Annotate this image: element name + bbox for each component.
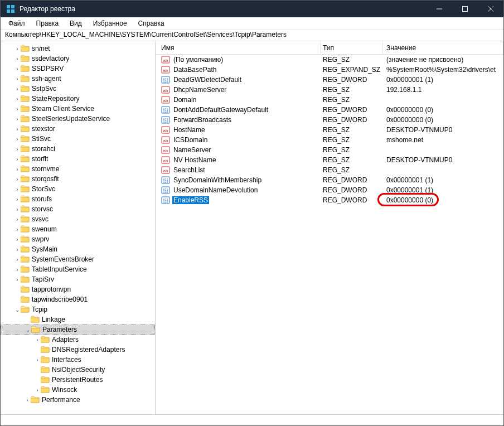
tree-item[interactable]: ›tapprotonvpn xyxy=(1,284,155,294)
chevron-right-icon[interactable]: › xyxy=(34,337,41,343)
chevron-right-icon[interactable]: › xyxy=(14,277,21,283)
tree-item[interactable]: ›ssdevfactory xyxy=(1,54,155,64)
chevron-right-icon[interactable]: › xyxy=(34,387,41,393)
tree-item[interactable]: ›storvsc xyxy=(1,204,155,214)
maximize-button[interactable] xyxy=(452,1,478,17)
tree-item[interactable]: ›TabletInputService xyxy=(1,264,155,274)
list-row[interactable]: 011110UseDomainNameDevolutionREG_DWORD0x… xyxy=(156,185,503,195)
title-bar[interactable]: Редактор реестра xyxy=(1,1,503,17)
chevron-right-icon[interactable]: › xyxy=(14,246,21,253)
list-row[interactable]: 011110SyncDomainWithMembershipREG_DWORD0… xyxy=(156,175,503,185)
tree-item[interactable]: ›swenum xyxy=(1,224,155,234)
chevron-right-icon[interactable]: › xyxy=(14,166,21,172)
list-row[interactable]: 011110DeadGWDetectDefaultREG_DWORD0x0000… xyxy=(156,75,503,85)
chevron-right-icon[interactable]: › xyxy=(14,226,21,233)
close-button[interactable] xyxy=(478,1,503,17)
tree-item[interactable]: ⌄Parameters xyxy=(1,325,155,335)
tree-item[interactable]: ›SteelSeriesUpdateService xyxy=(1,114,155,124)
tree-item[interactable]: ›storahci xyxy=(1,144,155,154)
chevron-right-icon[interactable]: › xyxy=(14,116,21,122)
menu-favorites[interactable]: Избранное xyxy=(89,18,132,28)
tree-item[interactable]: ›svsvc xyxy=(1,214,155,224)
tree-item[interactable]: ›StorSvc xyxy=(1,184,155,194)
reg-binary-icon: 011110 xyxy=(161,176,170,185)
reg-binary-icon: 011110 xyxy=(161,75,170,84)
chevron-right-icon[interactable]: › xyxy=(14,236,21,243)
list-row[interactable]: 011110ForwardBroadcastsREG_DWORD0x000000… xyxy=(156,115,503,125)
list-row[interactable]: abDhcpNameServerREG_SZ192.168.1.1 xyxy=(156,85,503,95)
chevron-right-icon[interactable]: › xyxy=(14,46,21,52)
chevron-right-icon[interactable]: › xyxy=(14,196,21,202)
tree-item[interactable]: ›Performance xyxy=(1,395,155,405)
tree-item[interactable]: ›stornvme xyxy=(1,164,155,174)
chevron-right-icon[interactable]: › xyxy=(14,156,21,162)
chevron-right-icon[interactable]: › xyxy=(14,86,21,92)
tree-item[interactable]: ›StiSvc xyxy=(1,134,155,144)
tree-item[interactable]: ›SstpSvc xyxy=(1,84,155,94)
tree-item[interactable]: ›Steam Client Service xyxy=(1,104,155,114)
tree-pane[interactable]: ›srvnet›ssdevfactory›SSDPSRV›ssh-agent›S… xyxy=(1,41,156,414)
tree-item[interactable]: ›PersistentRoutes xyxy=(1,375,155,385)
menu-view[interactable]: Вид xyxy=(65,18,86,28)
chevron-right-icon[interactable]: › xyxy=(14,126,21,132)
list-row[interactable]: 011110DontAddDefaultGatewayDefaultREG_DW… xyxy=(156,105,503,115)
tree-item[interactable]: ›DNSRegisteredAdapters xyxy=(1,345,155,355)
tree-item[interactable]: ›storflt xyxy=(1,154,155,164)
tree-item[interactable]: ›srvnet xyxy=(1,43,155,54)
menu-help[interactable]: Справка xyxy=(134,18,169,28)
tree-item[interactable]: ›storqosflt xyxy=(1,174,155,184)
tree-item[interactable]: ›Adapters xyxy=(1,335,155,345)
list-row[interactable]: abHostNameREG_SZDESKTOP-VTNMUP0 xyxy=(156,125,503,135)
minimize-button[interactable] xyxy=(427,1,452,17)
chevron-right-icon[interactable]: › xyxy=(14,96,21,102)
tree-item[interactable]: ›Interfaces xyxy=(1,355,155,365)
reg-string-icon: ab xyxy=(161,125,170,134)
menu-file[interactable]: Файл xyxy=(4,18,30,28)
svg-text:ab: ab xyxy=(163,58,168,63)
col-header-name[interactable]: Имя xyxy=(156,41,321,54)
tree-item[interactable]: ›Linkage xyxy=(1,314,155,325)
list-row[interactable]: abSearchListREG_SZ xyxy=(156,165,503,175)
list-row[interactable]: ab(По умолчанию)REG_SZ(значение не присв… xyxy=(156,55,503,65)
chevron-right-icon[interactable]: › xyxy=(14,76,21,82)
chevron-right-icon[interactable]: › xyxy=(14,176,21,182)
list-row[interactable]: abICSDomainREG_SZmshome.net xyxy=(156,135,503,145)
list-row[interactable]: abDataBasePathREG_EXPAND_SZ%SystemRoot%\… xyxy=(156,65,503,75)
col-header-type[interactable]: Тип xyxy=(321,41,383,54)
tree-item[interactable]: ›stexstor xyxy=(1,124,155,134)
tree-item[interactable]: ›SysMain xyxy=(1,244,155,254)
list-row[interactable]: 011110EnableRSSREG_DWORD0x00000000 (0) xyxy=(156,195,503,205)
chevron-right-icon[interactable]: › xyxy=(14,66,21,72)
value-list-pane[interactable]: Имя Тип Значение ab(По умолчанию)REG_SZ(… xyxy=(156,41,503,414)
chevron-right-icon[interactable]: › xyxy=(14,216,21,222)
chevron-right-icon[interactable]: › xyxy=(14,186,21,192)
list-row[interactable]: abNV HostNameREG_SZDESKTOP-VTNMUP0 xyxy=(156,155,503,165)
tree-item[interactable]: ›SystemEventsBroker xyxy=(1,254,155,264)
chevron-right-icon[interactable]: › xyxy=(14,146,21,152)
chevron-right-icon[interactable]: › xyxy=(14,256,21,263)
address-bar[interactable]: Компьютер\HKEY_LOCAL_MACHINE\SYSTEM\Curr… xyxy=(1,30,503,41)
chevron-right-icon[interactable]: › xyxy=(14,136,21,142)
tree-item[interactable]: ›StateRepository xyxy=(1,94,155,104)
chevron-right-icon[interactable]: › xyxy=(34,357,41,363)
list-row[interactable]: abNameServerREG_SZ xyxy=(156,145,503,155)
tree-item[interactable]: ›Winsock xyxy=(1,385,155,395)
chevron-right-icon[interactable]: › xyxy=(24,397,31,403)
col-header-value[interactable]: Значение xyxy=(383,41,503,54)
menu-edit[interactable]: Правка xyxy=(32,18,64,28)
tree-item[interactable]: ›NsiObjectSecurity xyxy=(1,365,155,375)
tree-item[interactable]: ›SSDPSRV xyxy=(1,64,155,74)
chevron-right-icon[interactable]: › xyxy=(14,267,21,273)
tree-item[interactable]: ›storufs xyxy=(1,194,155,204)
tree-item[interactable]: ›TapiSrv xyxy=(1,274,155,284)
chevron-right-icon[interactable]: › xyxy=(14,56,21,62)
chevron-right-icon[interactable]: › xyxy=(14,206,21,212)
tree-item[interactable]: ›swprv xyxy=(1,234,155,244)
tree-item[interactable]: ›ssh-agent xyxy=(1,74,155,84)
tree-item[interactable]: ›tapwindscribe0901 xyxy=(1,294,155,304)
tree-item[interactable]: ⌄Tcpip xyxy=(1,304,155,314)
chevron-down-icon[interactable]: ⌄ xyxy=(25,327,31,333)
chevron-down-icon[interactable]: ⌄ xyxy=(14,307,21,313)
chevron-right-icon[interactable]: › xyxy=(14,106,21,112)
list-row[interactable]: abDomainREG_SZ xyxy=(156,95,503,105)
